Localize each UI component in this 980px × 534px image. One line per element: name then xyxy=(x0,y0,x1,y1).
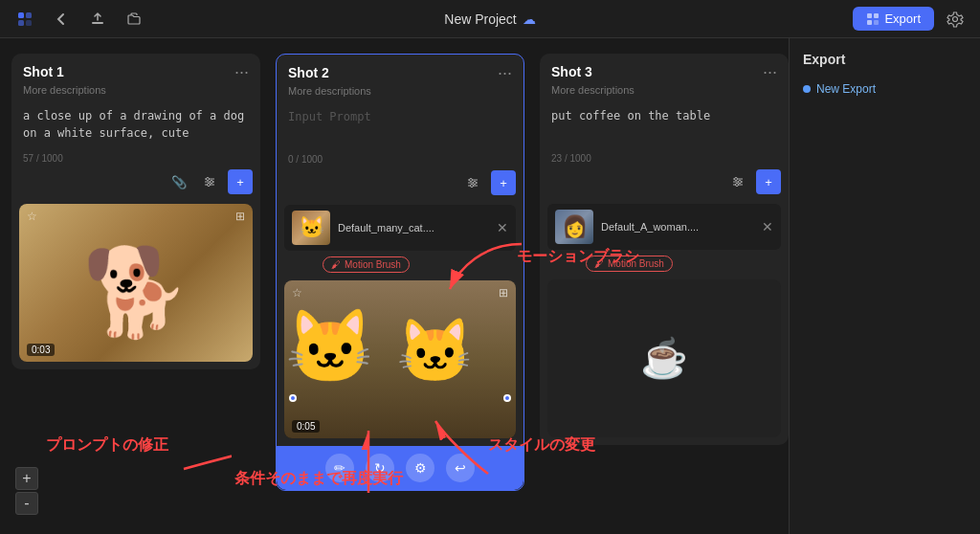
svg-point-25 xyxy=(735,178,738,181)
shot2-ref-close[interactable]: ✕ xyxy=(497,220,508,235)
export-panel: Export New Export xyxy=(789,38,980,534)
shot2-generate-button[interactable]: + xyxy=(491,170,516,195)
arrow-prompt-fix xyxy=(78,416,232,512)
shot1-toolbar: 📎 + xyxy=(11,166,260,200)
new-export-dot xyxy=(803,85,811,93)
shot2-video[interactable]: 🐱 🐱 ☆ ⊞ 0:05 xyxy=(284,280,516,438)
shot3-motion-brush[interactable]: 🖌 Motion Brush xyxy=(586,256,673,272)
shot2-more-button[interactable]: ··· xyxy=(498,64,512,81)
shot3-counter: 23 / 1000 xyxy=(540,151,789,166)
shots-area: Shot 1 ··· More descriptions a close up … xyxy=(0,38,789,534)
svg-rect-4 xyxy=(92,22,103,24)
zoom-controls: + - xyxy=(15,467,38,515)
svg-point-15 xyxy=(208,184,211,187)
annotation-prompt-fix: プロンプトの修正 xyxy=(46,435,168,456)
shot1-more-button[interactable]: ··· xyxy=(234,63,249,80)
shot2-counter: 0 / 1000 xyxy=(277,152,523,167)
shot1-prompt[interactable]: a close up of a drawing of a dog on a wh… xyxy=(11,101,260,151)
svg-rect-8 xyxy=(874,20,879,25)
project-title: New Project xyxy=(444,11,516,27)
style-change-button[interactable]: ⚙ xyxy=(406,454,434,482)
svg-point-21 xyxy=(471,185,474,188)
shot3-generate-button[interactable]: + xyxy=(756,169,781,194)
shot3-video[interactable]: ☕ xyxy=(547,279,781,437)
motion-brush-icon: 🖌 xyxy=(331,259,341,270)
svg-rect-6 xyxy=(874,13,879,18)
topbar-right: Export xyxy=(853,6,969,33)
shot2-toolbar: + xyxy=(277,167,523,201)
shot2-time: 0:05 xyxy=(292,420,320,433)
zoom-in-button[interactable]: + xyxy=(15,467,38,490)
shot1-settings-button[interactable] xyxy=(197,169,222,194)
svg-rect-5 xyxy=(867,13,872,18)
shot1-desc: More descriptions xyxy=(11,84,260,101)
svg-rect-1 xyxy=(26,12,32,18)
export-icon xyxy=(866,12,880,26)
shot2-desc: More descriptions xyxy=(277,85,523,102)
main-content: Shot 1 ··· More descriptions a close up … xyxy=(0,38,980,534)
motion-brush-label: Motion Brush xyxy=(345,259,401,270)
shot3-motion-brush-label: Motion Brush xyxy=(608,258,664,269)
svg-point-9 xyxy=(953,16,958,21)
svg-point-13 xyxy=(207,178,210,181)
svg-rect-3 xyxy=(26,20,32,26)
shot1-video[interactable]: 🐕 ☆ ⊞ 0:03 xyxy=(19,204,253,362)
shot1-expand-icon: ⊞ xyxy=(235,210,245,223)
shot2-ref-image: 🐱 Default_many_cat.... ✕ xyxy=(284,205,516,251)
shot1-attach-button[interactable]: 📎 xyxy=(167,169,191,194)
shot1-star-icon: ☆ xyxy=(27,210,37,223)
svg-point-27 xyxy=(736,184,739,187)
logo-button[interactable] xyxy=(11,6,38,33)
shot1-time: 0:03 xyxy=(27,344,55,356)
folder-button[interactable] xyxy=(121,6,147,33)
shot3-more-button[interactable]: ··· xyxy=(763,63,777,80)
shot2-title: Shot 2 xyxy=(288,65,329,80)
shot-card-1: Shot 1 ··· More descriptions a close up … xyxy=(11,54,260,369)
shot-card-2: Shot 2 ··· More descriptions 0 / 1000 xyxy=(276,54,524,491)
svg-rect-7 xyxy=(867,20,872,25)
cloud-icon: ☁ xyxy=(523,11,536,27)
shot1-generate-button[interactable]: + xyxy=(228,169,253,194)
svg-point-19 xyxy=(470,179,473,182)
new-export-label: New Export xyxy=(816,82,876,96)
shot3-ref-name: Default_A_woman.... xyxy=(601,221,754,233)
edit-prompt-button[interactable]: ✏ xyxy=(325,454,354,482)
shot3-desc: More descriptions xyxy=(540,84,789,101)
shot3-header: Shot 3 ··· xyxy=(540,54,789,84)
svg-rect-0 xyxy=(18,12,24,18)
new-export-item[interactable]: New Export xyxy=(803,82,967,96)
settings-button[interactable] xyxy=(942,6,969,33)
svg-rect-2 xyxy=(18,20,24,26)
rerun-button[interactable]: ↻ xyxy=(366,454,394,482)
undo-button[interactable]: ↩ xyxy=(446,454,475,482)
shot3-settings-button[interactable] xyxy=(725,169,750,194)
shot2-header: Shot 2 ··· xyxy=(277,55,523,85)
zoom-out-button[interactable]: - xyxy=(15,492,38,515)
shot2-motion-brush[interactable]: 🖌 Motion Brush xyxy=(323,256,410,273)
shot3-toolbar: + xyxy=(540,166,789,200)
export-label: Export xyxy=(884,11,921,26)
svg-point-14 xyxy=(211,181,213,184)
shot2-star-icon: ☆ xyxy=(292,286,302,300)
export-panel-title: Export xyxy=(803,52,967,67)
shot3-motion-brush-icon: 🖌 xyxy=(594,258,604,269)
shot1-header: Shot 1 ··· xyxy=(11,54,260,84)
shot2-bottom-toolbar: ✏ ↻ ⚙ ↩ xyxy=(277,446,523,490)
back-button[interactable] xyxy=(48,6,75,33)
shot2-prompt[interactable] xyxy=(277,102,523,152)
svg-point-20 xyxy=(474,182,477,185)
shot3-ref-close[interactable]: ✕ xyxy=(762,219,773,234)
upload-button[interactable] xyxy=(84,6,111,33)
shot2-settings-button[interactable] xyxy=(460,170,485,195)
shot3-prompt[interactable]: put coffee on the table xyxy=(540,101,789,151)
topbar-left xyxy=(11,6,147,33)
export-button[interactable]: Export xyxy=(853,7,934,31)
shot3-ref-image: 👩 Default_A_woman.... ✕ xyxy=(547,204,781,250)
shot1-counter: 57 / 1000 xyxy=(11,151,260,166)
shot3-title: Shot 3 xyxy=(551,64,592,79)
shot2-expand-icon: ⊞ xyxy=(499,286,508,300)
shot-card-3: Shot 3 ··· More descriptions put coffee … xyxy=(540,54,789,445)
svg-point-26 xyxy=(739,181,742,184)
shot2-ref-name: Default_many_cat.... xyxy=(338,222,489,234)
topbar-center: New Project ☁ xyxy=(444,11,535,27)
